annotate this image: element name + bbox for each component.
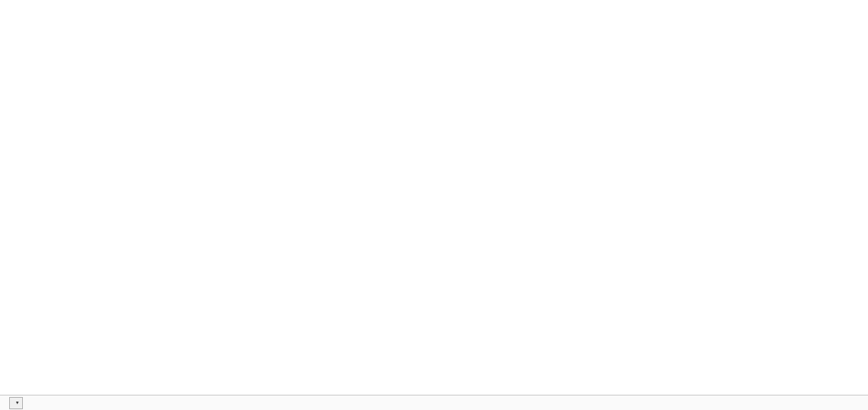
code-editor[interactable] bbox=[0, 0, 868, 395]
status-bar: ▾ bbox=[0, 395, 868, 410]
chevron-down-icon: ▾ bbox=[15, 399, 19, 407]
zoom-dropdown[interactable]: ▾ bbox=[9, 397, 23, 409]
line-number-gutter bbox=[0, 0, 23, 395]
code-area[interactable] bbox=[23, 0, 868, 395]
